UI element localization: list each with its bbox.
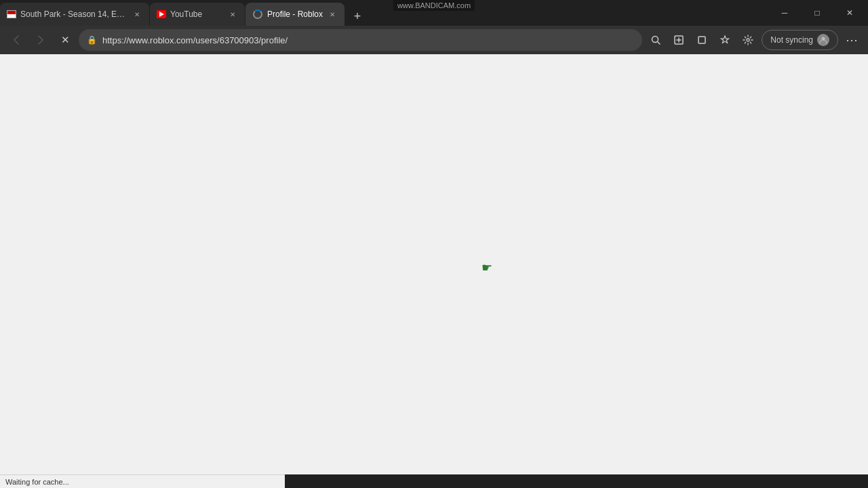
cursor: ☛ <box>481 260 495 274</box>
address-text: https://www.roblox.com/users/63700903/pr… <box>102 35 634 45</box>
tab-favicon-yt <box>157 10 166 18</box>
loading-spinner-tab <box>253 9 262 19</box>
read-aloud-button[interactable] <box>691 29 713 51</box>
nav-actions <box>645 29 759 51</box>
collections-button[interactable] <box>668 29 690 51</box>
tab-south-park[interactable]: South Park - Season 14, Ep. 12 ✕ <box>0 3 149 26</box>
svg-point-3 <box>747 39 749 41</box>
more-button[interactable]: ⋯ <box>841 29 863 51</box>
back-button[interactable] <box>5 29 27 51</box>
settings-button[interactable] <box>737 29 759 51</box>
close-button[interactable]: ✕ <box>834 3 865 23</box>
status-bar: Waiting for cache... <box>0 474 285 488</box>
svg-rect-2 <box>698 37 705 43</box>
svg-point-0 <box>652 37 658 43</box>
forward-button[interactable] <box>30 29 52 51</box>
tab-close-youtube[interactable]: ✕ <box>227 9 238 20</box>
cursor-hand-icon: ☛ <box>481 261 492 274</box>
tabs-container: South Park - Season 14, Ep. 12 ✕ YouTube… <box>0 0 769 26</box>
tab-favicon-roblox <box>252 9 263 20</box>
read-aloud-icon <box>696 35 707 45</box>
status-text: Waiting for cache... <box>5 478 69 486</box>
tab-roblox-profile[interactable]: Profile - Roblox ✕ <box>245 3 344 26</box>
page-content: ☛ <box>0 54 868 474</box>
search-icon <box>650 35 661 45</box>
tab-youtube[interactable]: YouTube ✕ <box>150 3 245 26</box>
back-icon <box>11 35 22 45</box>
sync-label: Not syncing <box>770 35 813 45</box>
collections-icon <box>673 35 684 45</box>
search-button[interactable] <box>645 29 667 51</box>
tab-close-roblox[interactable]: ✕ <box>327 9 338 20</box>
star-icon <box>719 35 730 45</box>
minimize-button[interactable]: ─ <box>769 3 800 23</box>
tab-title-south-park: South Park - Season 14, Ep. 12 <box>20 9 127 19</box>
forward-icon <box>35 35 46 45</box>
sync-avatar <box>817 34 829 46</box>
window-controls: ─ □ ✕ <box>769 3 868 23</box>
title-bar: South Park - Season 14, Ep. 12 ✕ YouTube… <box>0 0 868 26</box>
sync-button[interactable]: Not syncing <box>762 30 838 50</box>
new-tab-button[interactable]: + <box>348 7 367 26</box>
maximize-button[interactable]: □ <box>802 3 833 23</box>
tab-close-south-park[interactable]: ✕ <box>132 9 142 20</box>
address-bar[interactable]: 🔒 https://www.roblox.com/users/63700903/… <box>79 29 642 51</box>
favorites-button[interactable] <box>714 29 736 51</box>
lock-icon: 🔒 <box>87 35 97 45</box>
stop-reload-button[interactable]: ✕ <box>54 29 76 51</box>
nav-bar: ✕ 🔒 https://www.roblox.com/users/6370090… <box>0 26 868 54</box>
tab-favicon-sp <box>7 10 16 18</box>
settings-icon <box>743 35 753 45</box>
tab-title-youtube: YouTube <box>170 9 223 19</box>
tab-title-roblox: Profile - Roblox <box>267 9 323 19</box>
